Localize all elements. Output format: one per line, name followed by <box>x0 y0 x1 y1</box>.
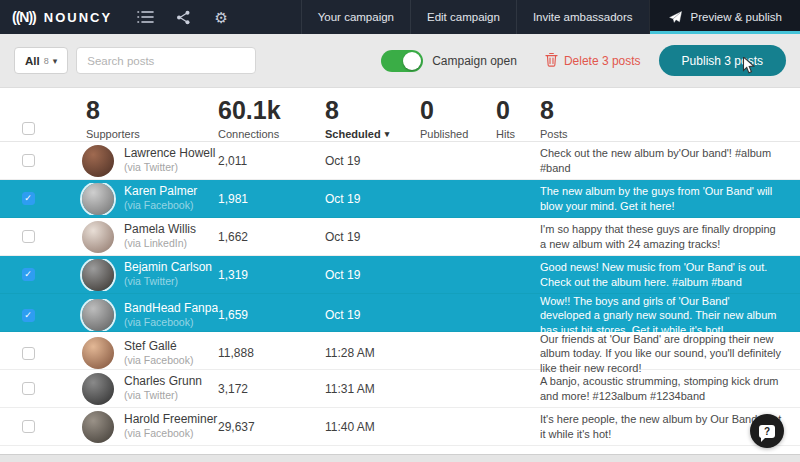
brand-name: NOUNCY <box>44 10 112 25</box>
stat-column-header[interactable]: 0 Published <box>420 97 496 140</box>
connections-value: 1,319 <box>218 268 325 282</box>
avatar <box>82 259 114 291</box>
supporter-cell: Lawrence Howell (via Twitter) <box>56 145 218 177</box>
table-row[interactable]: ✓ Bejamin Carlson (via Twitter) 1,319 Oc… <box>0 256 800 294</box>
nav-edit-campaign[interactable]: Edit campaign <box>410 0 516 34</box>
stat-label: Connections <box>218 128 279 140</box>
stat-column-header[interactable]: 8 Supporters <box>56 97 218 140</box>
supporter-identity: Karen Palmer (via Facebook) <box>124 184 197 212</box>
supporter-cell: Charles Grunn (via Twitter) <box>56 373 218 405</box>
search-input[interactable] <box>76 47 256 74</box>
stat-value: 8 <box>540 97 800 123</box>
post-text: Wow!! The boys and girls of 'Our Band' d… <box>540 294 800 337</box>
posts-table: Lawrence Howell (via Twitter) 2,011 Oct … <box>0 142 800 446</box>
row-checkbox[interactable]: ✓ <box>22 192 35 205</box>
publish-posts-button[interactable]: Publish 3 posts <box>659 45 786 76</box>
filter-label: All <box>25 55 40 67</box>
row-checkbox[interactable] <box>22 230 35 243</box>
row-check-cell: ✓ <box>0 192 56 205</box>
stat-value: 60.1k <box>218 97 325 123</box>
gear-icon[interactable]: ⚙ <box>202 0 240 34</box>
help-chat-button[interactable]: ? <box>750 414 784 448</box>
supporter-via: (via Twitter) <box>124 275 212 288</box>
supporter-identity: Stef Gallé (via Facebook) <box>124 339 193 367</box>
table-row[interactable]: Lawrence Howell (via Twitter) 2,011 Oct … <box>0 142 800 180</box>
supporter-identity: Bejamin Carlson (via Twitter) <box>124 260 212 288</box>
campaign-open-toggle[interactable] <box>381 50 423 72</box>
supporter-name: Bejamin Carlson <box>124 260 212 275</box>
list-menu-icon[interactable] <box>126 0 164 34</box>
supporter-via: (via Facebook) <box>124 199 197 212</box>
avatar <box>82 221 114 253</box>
stat-label: Published <box>420 128 468 140</box>
scheduled-value: 11:40 AM <box>325 420 420 434</box>
toggle-knob <box>403 52 421 70</box>
stat-label: Posts <box>540 128 568 140</box>
connections-value: 29,637 <box>218 420 325 434</box>
stat-value: 8 <box>325 97 420 123</box>
supporter-name: Pamela Willis <box>124 222 196 237</box>
row-checkbox[interactable]: ✓ <box>22 268 35 281</box>
connections-value: 1,659 <box>218 308 325 322</box>
help-question-icon: ? <box>759 425 775 438</box>
avatar <box>82 411 114 443</box>
row-check-cell: ✓ <box>0 268 56 281</box>
stat-column-header[interactable]: 8 Posts <box>540 97 800 140</box>
table-row[interactable]: ✓ Karen Palmer (via Facebook) 1,981 Oct … <box>0 180 800 218</box>
nav-your-campaign[interactable]: Your campaign <box>301 0 410 34</box>
scheduled-value: Oct 19 <box>325 192 420 206</box>
select-all-cell <box>0 97 56 141</box>
supporter-via: (via Facebook) <box>124 354 193 367</box>
row-checkbox[interactable]: ✓ <box>22 309 35 322</box>
delete-posts-label: Delete 3 posts <box>564 54 641 68</box>
navbar-spacer <box>240 0 301 34</box>
supporter-cell: BandHead Fanpage (via Facebook) <box>56 299 218 331</box>
supporter-cell: Pamela Willis (via LinkedIn) <box>56 221 218 253</box>
stats-header: 8 Supporters 60.1k Connections 8 Schedul… <box>0 88 800 142</box>
row-checkbox[interactable] <box>22 420 35 433</box>
row-checkbox[interactable] <box>22 154 35 167</box>
post-text: Good news! New music from 'Our Band' is … <box>540 260 800 289</box>
scheduled-value: Oct 19 <box>325 230 420 244</box>
caret-down-icon: ▾ <box>53 56 58 66</box>
table-row[interactable]: Stef Gallé (via Facebook) 11,888 11:28 A… <box>0 332 800 370</box>
supporter-identity: BandHead Fanpage (via Facebook) <box>124 301 218 329</box>
row-check-cell <box>0 420 56 433</box>
stat-value: 8 <box>86 97 218 123</box>
delete-posts-button[interactable]: Delete 3 posts <box>545 52 641 70</box>
table-row[interactable]: ✓ BandHead Fanpage (via Facebook) 1,659 … <box>0 294 800 332</box>
campaign-open-label: Campaign open <box>432 54 517 68</box>
row-check-cell <box>0 382 56 395</box>
nouncy-logo-icon: ((N)) <box>12 9 36 25</box>
supporter-identity: Harold Freeminer (via Facebook) <box>124 412 217 440</box>
table-row[interactable]: Charles Grunn (via Twitter) 3,172 11:31 … <box>0 370 800 408</box>
toolbar: All 8 ▾ Campaign open Delete 3 posts Pub… <box>0 34 800 88</box>
select-all-checkbox[interactable] <box>22 122 35 135</box>
supporter-via: (via Twitter) <box>124 389 202 402</box>
table-row[interactable]: Pamela Willis (via LinkedIn) 1,662 Oct 1… <box>0 218 800 256</box>
supporter-name: Stef Gallé <box>124 339 193 354</box>
avatar <box>82 337 114 369</box>
stat-column-header[interactable]: 8 Scheduled ▾ <box>325 97 420 140</box>
stat-column-header[interactable]: 0 Hits <box>496 97 540 140</box>
supporter-cell: Karen Palmer (via Facebook) <box>56 183 218 215</box>
row-checkbox[interactable] <box>22 347 35 360</box>
connections-value: 3,172 <box>218 382 325 396</box>
supporter-cell: Harold Freeminer (via Facebook) <box>56 411 218 443</box>
stat-value: 0 <box>496 97 540 123</box>
row-check-cell <box>0 154 56 167</box>
stat-value: 0 <box>420 97 496 123</box>
row-checkbox[interactable] <box>22 382 35 395</box>
share-icon[interactable] <box>164 0 202 34</box>
nav-preview-publish[interactable]: Preview & publish <box>649 0 800 34</box>
supporter-name: Lawrence Howell <box>124 146 215 161</box>
nav-invite-ambassadors[interactable]: Invite ambassadors <box>516 0 649 34</box>
post-text: Check out the new album by'Our band'! #a… <box>540 146 800 175</box>
table-row[interactable]: Harold Freeminer (via Facebook) 29,637 1… <box>0 408 800 446</box>
supporter-name: Harold Freeminer <box>124 412 217 427</box>
brand[interactable]: ((N)) NOUNCY <box>0 0 126 34</box>
supporter-identity: Charles Grunn (via Twitter) <box>124 374 202 402</box>
stat-column-header[interactable]: 60.1k Connections <box>218 97 325 140</box>
supporter-via: (via LinkedIn) <box>124 237 196 250</box>
filter-dropdown[interactable]: All 8 ▾ <box>14 47 68 74</box>
